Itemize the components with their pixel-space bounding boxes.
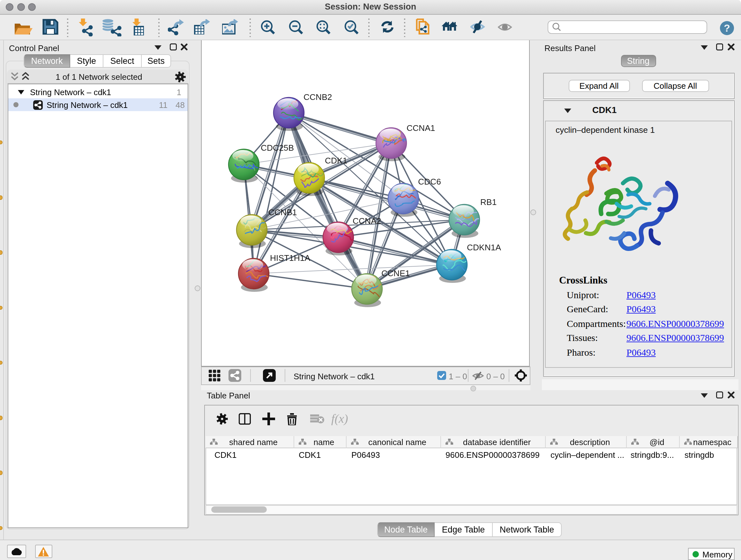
svg-text:?: ? — [724, 22, 730, 34]
svg-text:CDC25B: CDC25B — [260, 143, 293, 152]
svg-text:CCNA1: CCNA1 — [406, 123, 434, 132]
svg-text:CDK1: CDK1 — [325, 155, 347, 165]
svg-text:CCNB2: CCNB2 — [303, 92, 332, 102]
svg-text:RB1: RB1 — [480, 197, 496, 206]
svg-text:CCNA2: CCNA2 — [352, 216, 381, 226]
svg-text:CDC6: CDC6 — [418, 177, 441, 186]
svg-text:HIST1H1A: HIST1H1A — [270, 253, 310, 262]
svg-text:CCNB1: CCNB1 — [268, 207, 296, 217]
svg-text:CCNE1: CCNE1 — [381, 268, 409, 278]
svg-text:CDKN1A: CDKN1A — [467, 242, 501, 252]
